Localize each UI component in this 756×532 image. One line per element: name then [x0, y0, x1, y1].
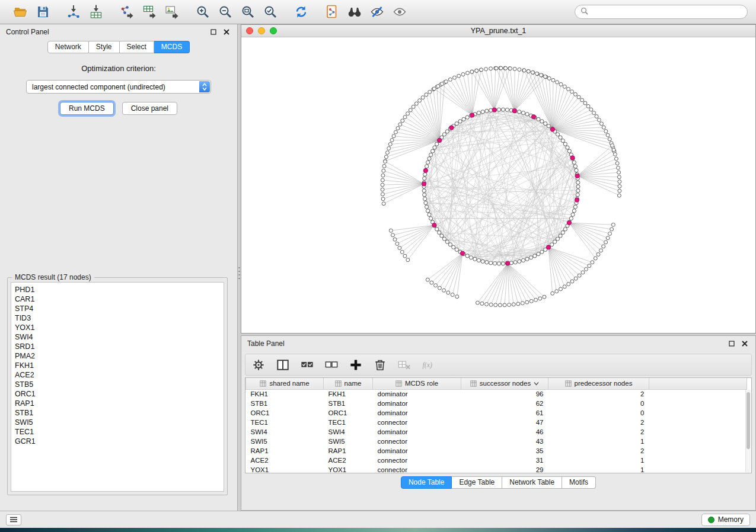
- delete-row-icon[interactable]: [373, 358, 387, 372]
- search-binoculars-icon[interactable]: [347, 4, 362, 20]
- show-eye-icon[interactable]: [392, 4, 407, 20]
- export-image-icon[interactable]: [164, 4, 180, 20]
- tab-motifs[interactable]: Motifs: [562, 476, 596, 489]
- hide-eye-icon[interactable]: [369, 4, 385, 20]
- optimization-criterion-label: Optimization criterion:: [0, 64, 237, 73]
- tab-mcds[interactable]: MCDS: [154, 41, 190, 53]
- memory-button[interactable]: Memory: [701, 514, 750, 526]
- hamburger-menu-button[interactable]: [6, 514, 21, 525]
- column-header-successor-nodes[interactable]: successor nodes: [461, 378, 548, 389]
- table-row[interactable]: RAP1RAP1dominator352: [246, 446, 747, 456]
- mcds-result-item[interactable]: TEC1: [15, 427, 224, 437]
- refresh-icon[interactable]: [294, 4, 309, 20]
- minimize-window-icon[interactable]: [258, 27, 265, 34]
- export-network-icon[interactable]: [119, 4, 135, 20]
- table-row[interactable]: ORC1ORC1dominator610: [246, 408, 747, 418]
- toolbar-group-0: [5, 4, 58, 20]
- cell: 31: [461, 456, 548, 465]
- export-table-icon[interactable]: [142, 4, 157, 20]
- mcds-result-item[interactable]: FKH1: [15, 361, 224, 370]
- mcds-result-item[interactable]: ACE2: [15, 370, 224, 380]
- column-header-MCDS-role[interactable]: MCDS role: [373, 378, 461, 389]
- mcds-result-item[interactable]: RAP1: [15, 399, 224, 408]
- column-header-shared-name[interactable]: shared name: [246, 378, 324, 389]
- zoom-selected-icon[interactable]: [263, 4, 278, 20]
- run-mcds-button[interactable]: Run MCDS: [60, 102, 114, 115]
- column-visibility-icon[interactable]: [276, 358, 290, 372]
- float-table-panel-icon[interactable]: [727, 339, 736, 348]
- mcds-result-item[interactable]: CAR1: [15, 294, 224, 304]
- search-box[interactable]: [575, 5, 748, 19]
- table-scrollbar[interactable]: [745, 390, 751, 472]
- tab-network-table[interactable]: Network Table: [502, 476, 562, 489]
- mcds-result-item[interactable]: SWI5: [15, 418, 224, 427]
- cell: 1: [548, 465, 649, 473]
- cell-filler: [649, 465, 747, 473]
- maximize-window-icon[interactable]: [270, 27, 277, 34]
- close-panel-icon[interactable]: [222, 27, 231, 37]
- tab-node-table[interactable]: Node Table: [401, 476, 452, 489]
- cell: connector: [373, 437, 461, 446]
- save-icon[interactable]: [35, 4, 50, 20]
- search-input[interactable]: [592, 8, 742, 16]
- cell: 43: [461, 437, 548, 446]
- mcds-result-item[interactable]: ORC1: [15, 389, 224, 399]
- table-row[interactable]: SWI5SWI5connector431: [246, 437, 747, 446]
- function-builder-icon[interactable]: f(x): [422, 358, 436, 372]
- table-row[interactable]: TEC1TEC1connector472: [246, 418, 747, 427]
- cell: ORC1: [324, 408, 373, 418]
- close-table-panel-icon[interactable]: [740, 339, 749, 348]
- cell-filler: [649, 399, 747, 408]
- tab-network[interactable]: Network: [47, 41, 89, 53]
- column-header-filler: [649, 378, 747, 389]
- cell: connector: [373, 418, 461, 427]
- scrollbar-thumb[interactable]: [747, 392, 750, 449]
- cell: FKH1: [324, 389, 373, 399]
- settings-gear-icon[interactable]: [251, 358, 266, 372]
- close-panel-button[interactable]: Close panel: [122, 102, 177, 115]
- cell: 1: [548, 437, 649, 446]
- mcds-result-item[interactable]: STP4: [15, 304, 224, 313]
- add-row-icon[interactable]: [349, 358, 363, 372]
- mcds-result-item[interactable]: PMA2: [15, 351, 224, 361]
- network-canvas[interactable]: [241, 37, 755, 333]
- table-panel-header: Table Panel: [241, 336, 755, 351]
- cell-filler: [649, 446, 747, 456]
- zoom-fit-icon[interactable]: [240, 4, 256, 20]
- close-window-icon[interactable]: [246, 27, 253, 34]
- zoom-in-icon[interactable]: [195, 4, 210, 20]
- tab-edge-table[interactable]: Edge Table: [452, 476, 502, 489]
- mcds-result-item[interactable]: TID3: [15, 313, 224, 323]
- share-document-icon[interactable]: [324, 4, 340, 20]
- mcds-result-item[interactable]: SWI4: [15, 332, 224, 342]
- mcds-result-list[interactable]: PHD1CAR1STP4TID3YOX1SWI4SRD1PMA2FKH1ACE2…: [11, 282, 224, 492]
- column-header-predecessor-nodes[interactable]: predecessor nodes: [548, 378, 649, 389]
- open-folder-icon[interactable]: [12, 4, 28, 20]
- table-row[interactable]: YOX1YOX1connector291: [246, 465, 747, 473]
- cell: STB1: [324, 399, 373, 408]
- deselect-all-icon[interactable]: [324, 358, 339, 372]
- delete-table-icon[interactable]: [397, 358, 412, 372]
- cell: SWI4: [324, 427, 373, 437]
- cell: ACE2: [324, 456, 373, 465]
- import-network-icon[interactable]: [66, 4, 81, 20]
- float-panel-icon[interactable]: [209, 27, 218, 37]
- mcds-result-item[interactable]: GCR1: [15, 437, 224, 446]
- mcds-result-item[interactable]: PHD1: [15, 285, 224, 294]
- column-header-name[interactable]: name: [324, 378, 373, 389]
- table-row[interactable]: FKH1FKH1dominator962: [246, 389, 747, 399]
- mcds-result-item[interactable]: SRD1: [15, 342, 224, 351]
- import-table-icon[interactable]: [88, 4, 104, 20]
- mcds-result-item[interactable]: STB1: [15, 408, 224, 418]
- table-row[interactable]: SWI4SWI4dominator462: [246, 427, 747, 437]
- dropdown-stepper-icon: [199, 81, 210, 92]
- tab-select[interactable]: Select: [120, 41, 154, 53]
- zoom-out-icon[interactable]: [218, 4, 233, 20]
- mcds-result-item[interactable]: YOX1: [15, 323, 224, 332]
- tab-style[interactable]: Style: [89, 41, 120, 53]
- table-row[interactable]: ACE2ACE2connector311: [246, 456, 747, 465]
- criterion-dropdown[interactable]: largest connected component (undirected): [26, 80, 211, 94]
- mcds-result-item[interactable]: STB5: [15, 380, 224, 389]
- select-all-icon[interactable]: [300, 358, 314, 372]
- table-row[interactable]: STB1STB1dominator620: [246, 399, 747, 408]
